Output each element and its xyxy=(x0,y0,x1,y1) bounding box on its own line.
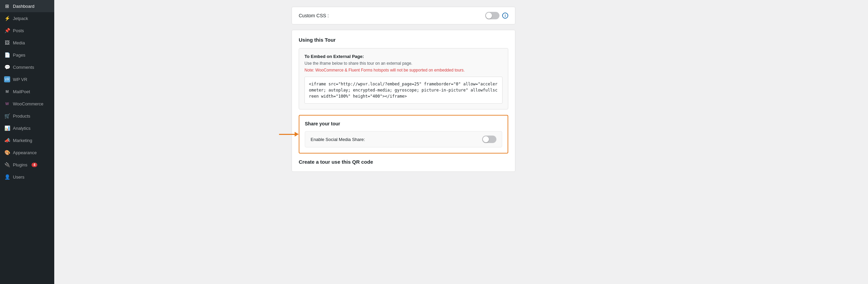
embed-note: Note: WooCommerce & Fluent Forms hotspot… xyxy=(304,68,502,73)
share-row: Enable Social Media Share: xyxy=(305,131,502,147)
sidebar-item-products[interactable]: 🛒 Products xyxy=(0,110,54,122)
tour-section-title: Using this Tour xyxy=(299,37,508,43)
jetpack-icon: ⚡ xyxy=(4,15,10,21)
sidebar-item-label: MailPoet xyxy=(13,89,30,94)
marketing-icon: 📣 xyxy=(4,137,10,143)
sidebar: ⊞ Dashboard ⚡ Jetpack 📌 Posts 🖼 Media 📄 … xyxy=(0,0,54,284)
share-tour-title: Share your tour xyxy=(305,121,502,126)
analytics-icon: 📊 xyxy=(4,125,10,131)
custom-css-label: Custom CSS : xyxy=(299,13,329,18)
sidebar-item-label: Comments xyxy=(13,65,34,70)
embed-code: <iframe src="http://wpvr.local/?embed_pa… xyxy=(304,77,502,104)
products-icon: 🛒 xyxy=(4,113,10,119)
embed-box: To Embed on External Page: Use the ifram… xyxy=(299,48,508,109)
sidebar-item-analytics[interactable]: 📊 Analytics xyxy=(0,122,54,134)
sidebar-item-comments[interactable]: 💬 Comments xyxy=(0,61,54,73)
sidebar-item-posts[interactable]: 📌 Posts xyxy=(0,24,54,37)
wpvr-icon: VR xyxy=(4,76,10,82)
content-area: Custom CSS : i Using this Tour To Embed … xyxy=(292,7,515,172)
sidebar-item-wpvr[interactable]: VR WP VR xyxy=(0,73,54,85)
sidebar-item-plugins[interactable]: 🔌 Plugins 4 xyxy=(0,159,54,171)
custom-css-actions: i xyxy=(485,12,508,19)
sidebar-item-label: Marketing xyxy=(13,138,32,143)
sidebar-item-label: Posts xyxy=(13,28,24,33)
plugins-badge: 4 xyxy=(32,163,38,167)
sidebar-item-label: WP VR xyxy=(13,77,27,82)
sidebar-item-label: Appearance xyxy=(13,150,37,155)
sidebar-item-woocommerce[interactable]: W WooCommerce xyxy=(0,98,54,110)
custom-css-row: Custom CSS : i xyxy=(292,7,515,24)
users-icon: 👤 xyxy=(4,174,10,180)
sidebar-item-label: Products xyxy=(13,114,30,119)
sidebar-item-label: WooCommerce xyxy=(13,101,43,106)
dashboard-icon: ⊞ xyxy=(4,3,10,9)
arrow-line xyxy=(279,134,295,135)
sidebar-item-media[interactable]: 🖼 Media xyxy=(0,37,54,49)
sidebar-item-mailpoet[interactable]: M MailPoet xyxy=(0,85,54,98)
right-panel xyxy=(753,0,868,284)
pages-icon: 📄 xyxy=(4,52,10,58)
sidebar-item-dashboard[interactable]: ⊞ Dashboard xyxy=(0,0,54,12)
tour-section: Using this Tour To Embed on External Pag… xyxy=(292,30,515,172)
embed-desc: Use the iframe below to share this tour … xyxy=(304,61,502,66)
custom-css-info-icon[interactable]: i xyxy=(502,13,508,19)
sidebar-item-label: Plugins xyxy=(13,162,27,167)
sidebar-item-label: Jetpack xyxy=(13,16,28,21)
posts-icon: 📌 xyxy=(4,27,10,34)
sidebar-item-label: Pages xyxy=(13,53,25,58)
main-content: Custom CSS : i Using this Tour To Embed … xyxy=(54,0,753,284)
sidebar-item-jetpack[interactable]: ⚡ Jetpack xyxy=(0,12,54,24)
sidebar-item-appearance[interactable]: 🎨 Appearance xyxy=(0,146,54,159)
woocommerce-icon: W xyxy=(4,101,10,107)
share-tour-section: Share your tour Enable Social Media Shar… xyxy=(299,115,508,154)
embed-title: To Embed on External Page: xyxy=(304,54,502,59)
social-media-toggle[interactable] xyxy=(482,136,496,143)
plugins-icon: 🔌 xyxy=(4,162,10,168)
sidebar-item-users[interactable]: 👤 Users xyxy=(0,171,54,183)
mailpoet-icon: M xyxy=(4,88,10,95)
sidebar-item-label: Users xyxy=(13,175,24,180)
custom-css-toggle[interactable] xyxy=(485,12,499,19)
sidebar-item-label: Dashboard xyxy=(13,4,35,9)
arrow-head xyxy=(295,132,299,137)
social-media-label: Enable Social Media Share: xyxy=(311,137,365,142)
qr-section-title: Create a tour use this QR code xyxy=(299,159,508,165)
appearance-icon: 🎨 xyxy=(4,149,10,156)
sidebar-item-marketing[interactable]: 📣 Marketing xyxy=(0,134,54,146)
sidebar-item-label: Media xyxy=(13,40,25,45)
sidebar-item-pages[interactable]: 📄 Pages xyxy=(0,49,54,61)
comments-icon: 💬 xyxy=(4,64,10,70)
sidebar-item-label: Analytics xyxy=(13,126,31,131)
media-icon: 🖼 xyxy=(4,40,10,46)
highlight-arrow xyxy=(279,132,299,137)
